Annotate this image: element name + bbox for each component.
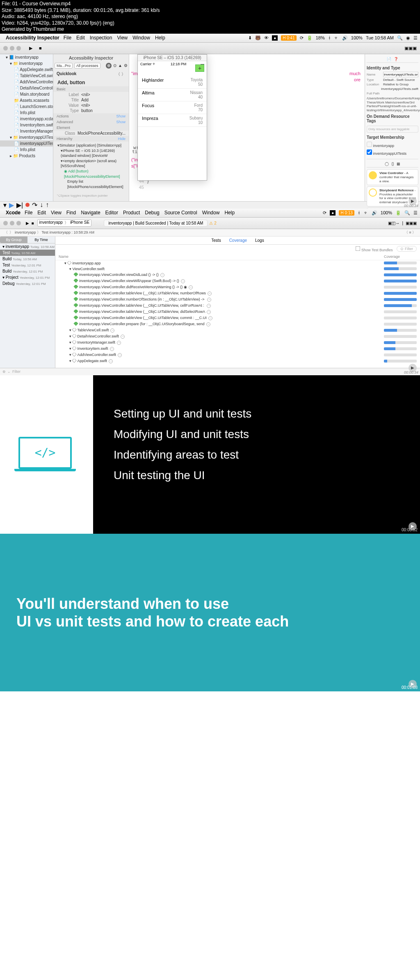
scheme-selector[interactable]: inventoryapp 〉 iPhone SE bbox=[37, 219, 92, 227]
menu-editor[interactable]: Editor bbox=[105, 210, 118, 216]
tree-file[interactable]: 📄 DetailViewController.swift bbox=[0, 85, 53, 91]
menu-navigate[interactable]: Navigate bbox=[81, 210, 100, 216]
coverage-row[interactable]: ▾ TableViewCell.swift→ bbox=[55, 327, 420, 333]
toggle-bottom-icon[interactable]: ▣ bbox=[409, 221, 413, 225]
audit-icon[interactable]: ⊙ bbox=[113, 63, 116, 68]
tree-file[interactable]: 📄 TableViewCell.swift bbox=[0, 73, 53, 79]
bear-icon[interactable]: 🐻 bbox=[255, 35, 261, 41]
menu-edit[interactable]: Edit bbox=[76, 35, 85, 41]
wifi-icon[interactable]: ᯤ bbox=[364, 210, 368, 215]
table-row[interactable]: ImprezaSubaru10 bbox=[138, 114, 207, 127]
volume-icon[interactable]: 🔊 bbox=[342, 35, 348, 41]
nav-entry[interactable]: Build Today, 10:58 AM bbox=[0, 256, 55, 262]
tree-file[interactable]: 📄 AppDelegate.swift bbox=[0, 67, 53, 73]
tree-file[interactable]: 📁 Assets.xcassets bbox=[0, 97, 53, 103]
wifi-icon[interactable]: ᯤ bbox=[334, 35, 339, 40]
coverage-row[interactable]: ▾ AddViewController.swift→ bbox=[55, 352, 420, 358]
library-item[interactable]: View Controller - A controller that mana… bbox=[367, 169, 418, 185]
record-icon[interactable] bbox=[25, 203, 30, 207]
segment-control[interactable]: By Group By Time bbox=[0, 236, 55, 243]
stop-button[interactable]: ■ bbox=[32, 221, 34, 225]
table-row[interactable]: HighlanderToyota50 bbox=[138, 76, 207, 89]
menu-help[interactable]: Help bbox=[224, 210, 235, 216]
step-into-icon[interactable]: ↓ bbox=[40, 201, 43, 209]
assistant-icon[interactable]: ◫ bbox=[392, 221, 395, 225]
nav-entry[interactable]: ▾ inventoryapp Today, 10:58 AM bbox=[0, 243, 55, 250]
coverage-row[interactable]: inventoryapp.ViewController.didReceiveMe… bbox=[55, 284, 420, 290]
timer-badge[interactable]: H 0:41 bbox=[281, 35, 296, 41]
tree-file[interactable]: 📄 InventoryManager.swift bbox=[0, 128, 53, 134]
tree-file-selected[interactable]: 📄 inventoryappUITests.swift bbox=[0, 140, 53, 147]
coverage-row[interactable]: ▾ inventoryapp.app bbox=[55, 260, 420, 266]
hierarchy-tree[interactable]: ▾Simulator (application) [SimulatorApp] … bbox=[53, 142, 129, 190]
jump-icon[interactable]: 〈 ≡ 〉 bbox=[404, 230, 416, 235]
menu-view[interactable]: View bbox=[117, 35, 128, 41]
dropbox-icon[interactable]: ⬇ bbox=[248, 35, 252, 41]
nav-entry[interactable]: Test Yesterday, 12:01 PM bbox=[0, 262, 55, 268]
menu-file[interactable]: File bbox=[64, 35, 71, 41]
screen-rec-icon[interactable]: ● bbox=[330, 210, 336, 216]
sync-icon[interactable]: ⟳ bbox=[323, 210, 326, 216]
object-lib-icon[interactable]: ◯ bbox=[385, 162, 389, 166]
coverage-row[interactable]: ▾ DetailViewController.swift→ bbox=[55, 333, 420, 340]
timer-badge[interactable]: H 0:13 bbox=[339, 210, 354, 216]
target-icon[interactable]: ⊕ bbox=[106, 63, 112, 69]
back-icon[interactable]: 〈 bbox=[4, 230, 8, 235]
menu-window[interactable]: Window bbox=[202, 210, 220, 216]
coverage-row[interactable]: inventoryapp.ViewController.tableView (_… bbox=[55, 303, 420, 309]
nav-arrows[interactable]: 〈 〉 bbox=[116, 71, 126, 77]
coverage-row[interactable]: ▾ InventoryManager.swift→ bbox=[55, 340, 420, 346]
breadcrumb-bar[interactable]: 〈 〉 inventoryapp 〉 Test inventoryapp : 1… bbox=[0, 229, 420, 236]
siri-icon[interactable]: ◉ bbox=[406, 35, 410, 41]
tree-root[interactable]: ▾ 📘 inventoryapp bbox=[0, 54, 53, 60]
tree-file[interactable]: 📄 Info.plist bbox=[0, 110, 53, 116]
minimize-icon[interactable] bbox=[10, 221, 14, 225]
help-tab-icon[interactable]: ❓ bbox=[394, 57, 398, 61]
coverage-row[interactable]: inventoryapp.ViewController.viewDidLoad … bbox=[55, 272, 420, 278]
seg-by-group[interactable]: By Group bbox=[0, 236, 27, 243]
hier-item[interactable]: ▾iPhone SE – iOS 10.3 (14E269) (standard… bbox=[57, 148, 125, 158]
settings-icon[interactable]: ⚙ bbox=[124, 63, 128, 68]
nav-entry[interactable]: Debug Yesterday, 12:01 PM bbox=[0, 280, 55, 287]
clock[interactable]: Tue 10:58 AM bbox=[366, 35, 394, 40]
toggle-right-icon[interactable]: ▣ bbox=[413, 221, 417, 225]
actions-show[interactable]: Show bbox=[116, 114, 126, 118]
tree-folder[interactable]: ▾ 📁 inventoryappUITests bbox=[0, 134, 53, 140]
spotlight-icon[interactable]: 🔍 bbox=[397, 35, 403, 41]
spotlight-icon[interactable]: 🔍 bbox=[404, 210, 410, 216]
continue-icon[interactable]: ▶| bbox=[16, 201, 23, 209]
menu-find[interactable]: Find bbox=[66, 210, 76, 216]
tree-file[interactable]: 📄 Info.plist bbox=[0, 147, 53, 153]
coverage-row[interactable]: inventoryapp.ViewController.tableView (_… bbox=[55, 290, 420, 296]
hier-item[interactable]: ▾Simulator (application) [SimulatorApp] bbox=[57, 143, 125, 148]
step-out-icon[interactable]: ↑ bbox=[46, 201, 49, 209]
eye-icon[interactable]: 👁 bbox=[264, 35, 269, 40]
nav-filter-bar[interactable]: ⊕ ⌄ Filter bbox=[0, 368, 420, 375]
hierarchy-hide[interactable]: Hide bbox=[118, 137, 126, 141]
notification-center-icon[interactable]: ☰ bbox=[413, 210, 418, 216]
menu-file[interactable]: File bbox=[25, 210, 32, 216]
toggle-right-panel-icon[interactable]: ▣ bbox=[413, 46, 417, 51]
target-checkbox[interactable]: inventoryappUITests bbox=[367, 149, 418, 156]
add-filter-icon[interactable]: ⊕ bbox=[2, 370, 6, 374]
col-coverage[interactable]: Coverage bbox=[384, 255, 417, 259]
advanced-show[interactable]: Show bbox=[116, 120, 126, 124]
run-button[interactable]: ▶ bbox=[27, 45, 35, 52]
notification-center-icon[interactable]: ☰ bbox=[413, 35, 418, 41]
filter-field[interactable]: ⊙ Filter bbox=[397, 246, 417, 252]
tab-tests[interactable]: Tests bbox=[211, 238, 221, 243]
stop-button[interactable]: ■ bbox=[37, 45, 44, 51]
media-lib-icon[interactable]: ▦ bbox=[397, 162, 400, 166]
coverage-row[interactable]: inventoryapp.ViewController.tableView (_… bbox=[55, 309, 420, 315]
tab-logs[interactable]: Logs bbox=[255, 238, 264, 243]
tab-coverage[interactable]: Coverage bbox=[229, 238, 247, 243]
target-checkbox[interactable]: inventoryapp bbox=[367, 141, 418, 149]
coverage-row[interactable]: inventoryapp.ViewController.tableView (_… bbox=[55, 315, 420, 321]
menu-window[interactable]: Window bbox=[132, 35, 150, 41]
project-navigator[interactable]: ▾ 📘 inventoryapp ▾ 📁 inventoryapp 📄 AppD… bbox=[0, 54, 53, 201]
sim-table[interactable]: HighlanderToyota50 AltimaNissan40 FocusF… bbox=[138, 67, 207, 127]
coverage-row[interactable]: ▾ InventoryItem.swift→ bbox=[55, 346, 420, 352]
menu-product[interactable]: Product bbox=[123, 210, 140, 216]
volume-icon[interactable]: 🔊 bbox=[372, 210, 377, 216]
contrast-icon[interactable]: ▲ bbox=[118, 63, 122, 68]
